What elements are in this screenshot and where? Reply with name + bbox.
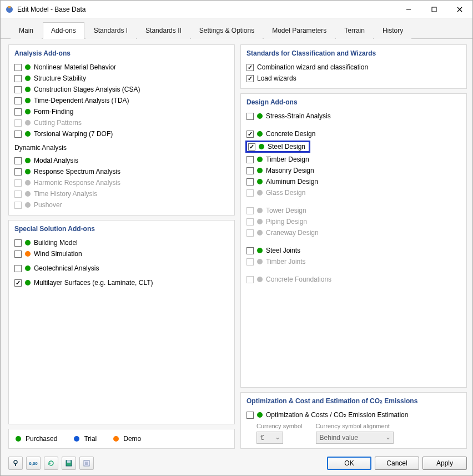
analysis-form-finding-row[interactable]: Form-Finding — [14, 106, 229, 117]
analysis-cutting-patterns-label: Cutting Patterns — [34, 119, 82, 127]
design-piping-design-label: Piping Design — [266, 218, 307, 226]
standards-combination-wizard-and-classification-checkbox[interactable] — [246, 64, 254, 71]
analysis-torsional-warping-7-dof-row[interactable]: Torsional Warping (7 DOF) — [14, 128, 229, 139]
design-steel-joints-row[interactable]: Steel Joints — [246, 245, 461, 256]
design-aluminum-design-checkbox[interactable] — [246, 178, 254, 186]
tool-save-icon[interactable] — [62, 457, 76, 470]
design-masonry-design-checkbox[interactable] — [246, 167, 254, 174]
special-wind-simulation-label: Wind Simulation — [34, 250, 82, 258]
special-building-model-row[interactable]: Building Model — [14, 237, 229, 248]
legend-trial: Trial — [84, 435, 97, 443]
tab-standards-i[interactable]: Standards I — [85, 22, 136, 39]
svg-rect-9 — [67, 460, 71, 463]
dyn-harmonic-response-analysis-row: Harmonic Response Analysis — [14, 177, 229, 188]
cancel-button[interactable]: Cancel — [375, 457, 419, 470]
analysis-torsional-warping-7-dof-checkbox[interactable] — [14, 131, 22, 138]
special-wind-simulation-checkbox[interactable] — [14, 250, 22, 258]
dyn-time-history-analysis-label: Time History Analysis — [34, 190, 97, 198]
analysis-time-dependent-analysis-tda-label: Time-Dependent Analysis (TDA) — [34, 97, 129, 104]
analysis-time-dependent-analysis-tda-status-dot — [25, 98, 31, 103]
opt-checkbox[interactable] — [246, 412, 254, 419]
close-button[interactable] — [447, 1, 472, 18]
tool-keyhole-icon[interactable] — [8, 457, 23, 470]
analysis-structure-stability-row[interactable]: Structure Stability — [14, 73, 229, 84]
design-glass-design-row: Glass Design — [246, 187, 461, 198]
currency-align-select[interactable]: Behind value — [316, 432, 394, 444]
dyn-modal-analysis-status-dot — [25, 158, 31, 163]
design-stress-strain-analysis-label: Stress-Strain Analysis — [266, 112, 331, 120]
tab-standards-ii[interactable]: Standards II — [137, 22, 190, 39]
design-timber-joints-status-dot — [257, 259, 263, 264]
special-multilayer-surfaces-e-g-laminate-clt-row[interactable]: Multilayer Surfaces (e.g. Laminate, CLT) — [14, 277, 229, 288]
design-masonry-design-row[interactable]: Masonry Design — [246, 165, 461, 176]
dyn-response-spectrum-analysis-checkbox[interactable] — [14, 168, 22, 176]
tab-model-parameters[interactable]: Model Parameters — [264, 22, 335, 39]
analysis-time-dependent-analysis-tda-checkbox[interactable] — [14, 97, 22, 104]
standards-load-wizards-row[interactable]: Load wizards — [246, 73, 461, 84]
special-building-model-checkbox[interactable] — [14, 239, 22, 247]
design-masonry-design-label: Masonry Design — [266, 167, 314, 174]
design-steel-joints-checkbox[interactable] — [246, 247, 254, 254]
design-title: Design Add-ons — [246, 98, 461, 106]
design-stress-strain-analysis-checkbox[interactable] — [246, 113, 254, 120]
tab-main[interactable]: Main — [11, 22, 42, 39]
analysis-nonlinear-material-behavior-row[interactable]: Nonlinear Material Behavior — [14, 62, 229, 73]
legend: Purchased Trial Demo — [8, 429, 235, 449]
analysis-cutting-patterns-row: Cutting Patterns — [14, 117, 229, 128]
special-multilayer-surfaces-e-g-laminate-clt-status-dot — [25, 280, 31, 285]
design-concrete-design-label: Concrete Design — [266, 130, 315, 138]
special-geotechnical-analysis-label: Geotechnical Analysis — [34, 264, 99, 272]
currency-symbol-select[interactable]: € — [256, 432, 283, 444]
tab-add-ons[interactable]: Add-ons — [43, 22, 84, 39]
design-aluminum-design-status-dot — [257, 179, 263, 184]
analysis-form-finding-checkbox[interactable] — [14, 108, 22, 116]
analysis-construction-stages-analysis-csa-row[interactable]: Construction Stages Analysis (CSA) — [14, 84, 229, 95]
design-glass-design-status-dot — [257, 190, 263, 196]
opt-row[interactable]: Optimization & Costs / CO₂ Emission Esti… — [246, 409, 461, 420]
tab-settings-options[interactable]: Settings & Options — [191, 22, 263, 39]
ok-button[interactable]: OK — [327, 457, 371, 470]
special-multilayer-surfaces-e-g-laminate-clt-checkbox[interactable] — [14, 279, 22, 287]
tab-history[interactable]: History — [374, 22, 411, 39]
tool-units-icon[interactable]: 0,00 — [26, 457, 41, 470]
opt-label: Optimization & Costs / CO₂ Emission Esti… — [266, 411, 408, 419]
apply-button[interactable]: Apply — [422, 457, 467, 470]
maximize-button[interactable] — [421, 1, 447, 18]
design-concrete-design-row[interactable]: Concrete Design — [246, 128, 461, 139]
design-timber-design-checkbox[interactable] — [246, 156, 254, 163]
standards-combination-wizard-and-classification-row[interactable]: Combination wizard and classification — [246, 62, 461, 73]
dyn-modal-analysis-checkbox[interactable] — [14, 157, 22, 164]
dyn-response-spectrum-analysis-row[interactable]: Response Spectrum Analysis — [14, 166, 229, 177]
analysis-construction-stages-analysis-csa-checkbox[interactable] — [14, 86, 22, 93]
design-aluminum-design-row[interactable]: Aluminum Design — [246, 176, 461, 187]
design-tower-design-status-dot — [257, 208, 263, 213]
minimize-button[interactable] — [396, 1, 421, 18]
design-stress-strain-analysis-row[interactable]: Stress-Strain Analysis — [246, 111, 461, 122]
design-concrete-design-checkbox[interactable] — [246, 131, 254, 138]
design-steel-design-row[interactable]: Steel Design — [246, 139, 461, 154]
design-timber-design-row[interactable]: Timber Design — [246, 154, 461, 165]
design-concrete-foundations-checkbox — [246, 276, 254, 283]
special-geotechnical-analysis-checkbox[interactable] — [14, 265, 22, 272]
standards-panel: Standards for Classification and Wizards… — [240, 44, 467, 89]
special-multilayer-surfaces-e-g-laminate-clt-label: Multilayer Surfaces (e.g. Laminate, CLT) — [34, 279, 153, 287]
body: Analysis Add-ons Nonlinear Material Beha… — [1, 39, 472, 452]
tab-terrain[interactable]: Terrain — [336, 22, 373, 39]
tool-refresh-icon[interactable] — [44, 457, 58, 470]
standards-load-wizards-checkbox[interactable] — [246, 75, 254, 82]
special-geotechnical-analysis-row[interactable]: Geotechnical Analysis — [14, 263, 229, 274]
analysis-nonlinear-material-behavior-checkbox[interactable] — [14, 64, 22, 71]
opt-dot — [257, 412, 263, 418]
design-craneway-design-row: Craneway Design — [246, 227, 461, 238]
design-timber-design-label: Timber Design — [266, 156, 309, 163]
design-tower-design-checkbox — [246, 207, 254, 214]
special-wind-simulation-row[interactable]: Wind Simulation — [14, 248, 229, 259]
analysis-time-dependent-analysis-tda-row[interactable]: Time-Dependent Analysis (TDA) — [14, 95, 229, 106]
design-steel-design-checkbox[interactable] — [248, 143, 255, 151]
dyn-modal-analysis-row[interactable]: Modal Analysis — [14, 155, 229, 166]
dyn-response-spectrum-analysis-label: Response Spectrum Analysis — [34, 168, 120, 176]
design-steel-design-label: Steel Design — [268, 143, 305, 151]
analysis-title: Analysis Add-ons — [14, 49, 229, 57]
analysis-structure-stability-checkbox[interactable] — [14, 75, 22, 82]
tool-list-icon[interactable] — [79, 457, 94, 470]
